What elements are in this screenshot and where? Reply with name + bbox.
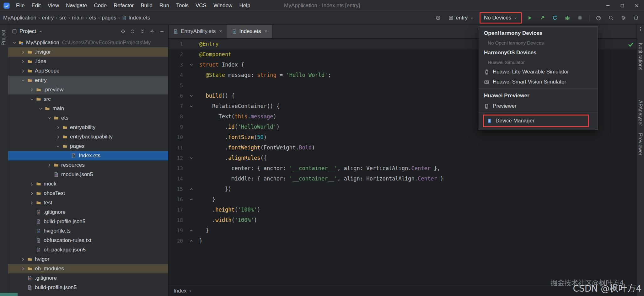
code-line-13[interactable]: 13 center: { anchor: '__container__', al… [169,163,636,174]
breadcrumb-item-myapplication[interactable]: MyApplication [3,15,36,21]
fold-marker-icon[interactable] [183,184,199,194]
tree-item-gitignore[interactable]: .gitignore [8,207,168,217]
code-line-17[interactable]: 17 .height('100%') [169,205,636,215]
profiler-icon[interactable] [594,13,603,23]
tree-item-entry[interactable]: entry [8,76,168,85]
code-line-16[interactable]: 16 } [169,194,636,205]
tree-item-index-ets[interactable]: Index.ets [8,151,168,160]
tree-chevron-icon[interactable] [19,257,26,262]
tree-chevron-icon[interactable] [55,125,62,130]
inspections-status-icon[interactable] [628,41,634,48]
tree-item-gitignore[interactable]: .gitignore [8,273,168,283]
code-line-15[interactable]: 15 }) [169,184,636,194]
tree-chevron-icon[interactable] [37,106,44,111]
code-line-18[interactable]: 18 .width('100%') [169,215,636,225]
close-icon[interactable] [630,0,644,11]
settings-icon[interactable] [619,13,628,23]
tree-chevron-icon[interactable] [28,201,35,205]
tree-chevron-icon[interactable] [19,69,26,73]
editor-breadcrumb-item[interactable]: Index [174,288,187,294]
tree-item-ets[interactable]: ets [8,113,168,123]
notifications-icon[interactable] [631,13,641,23]
tree-item-pages[interactable]: pages [8,142,168,151]
device-menu-item-previewer[interactable]: Previewer [479,101,598,111]
tree-item-preview[interactable]: .preview [8,85,168,94]
tree-item-obfuscation-rules-txt[interactable]: obfuscation-rules.txt [8,236,168,245]
menu-item-view[interactable]: View [44,0,63,11]
tree-item-appscope[interactable]: AppScope [8,66,168,76]
menu-item-file[interactable]: File [13,0,28,11]
menu-item-edit[interactable]: Edit [28,0,44,11]
search-icon[interactable] [606,13,616,23]
tree-chevron-icon[interactable] [19,266,26,271]
code-line-10[interactable]: 10 .fontSize(50) [169,132,636,143]
tree-item-module-json5[interactable]: module.json5 [8,170,168,179]
breadcrumb-item-src[interactable]: src [59,15,67,21]
tree-item-main[interactable]: main [8,104,168,113]
tree-chevron-icon[interactable] [11,40,18,45]
tree-chevron-icon[interactable] [28,182,35,186]
code-line-19[interactable]: 19 } [169,225,636,236]
fold-marker-icon[interactable] [183,101,199,111]
tree-item-entrybackupability[interactable]: entrybackupability [8,132,168,142]
tool-stripe-apanalyzer[interactable]: APAnalyzer [637,100,643,126]
tree-item-oh-modules[interactable]: oh_modules [8,264,168,273]
menu-item-refactor[interactable]: Refactor [110,0,137,11]
tab-close-icon[interactable]: × [219,29,222,34]
tree-chevron-icon[interactable] [28,191,35,196]
tool-stripe-notifications[interactable]: Notifications [637,43,643,70]
fold-marker-icon[interactable] [183,236,199,246]
minimize-icon[interactable] [601,0,615,11]
menu-item-help[interactable]: Help [236,0,254,11]
tree-item-entryability[interactable]: entryability [8,123,168,132]
tree-item-hvigor[interactable]: hvigor [8,255,168,264]
code-line-11[interactable]: 11 .fontWeight(FontWeight.Bold) [169,143,636,153]
tree-item-build-profile-json5[interactable]: build-profile.json5 [8,283,168,292]
tab-index-ets[interactable]: Index.ets× [227,25,272,38]
menu-item-navigate[interactable]: Navigate [62,0,90,11]
fold-marker-icon[interactable] [183,91,199,101]
device-menu-item-huawei-smart-vision-simulator[interactable]: Huawei Smart Vision Simulator [479,77,598,87]
tree-item-idea[interactable]: .idea [8,57,168,66]
device-menu-item-device-manager[interactable]: Device Manager [483,115,589,127]
breadcrumb-item-entry[interactable]: entry [42,15,54,21]
breadcrumb-item-main[interactable]: main [72,15,83,21]
tree-item-resources[interactable]: resources [8,160,168,170]
maximize-icon[interactable] [615,0,630,11]
build-hammer-icon[interactable] [538,13,547,23]
debug-icon[interactable] [563,13,572,23]
tree-chevron-icon[interactable] [28,97,35,102]
tree-item-mock[interactable]: mock [8,179,168,189]
project-panel-title[interactable]: Project [19,28,36,35]
tree-chevron-icon[interactable] [46,163,53,168]
collapse-all-icon[interactable] [140,29,145,34]
stop-icon[interactable] [575,13,585,23]
tool-stripe-project[interactable]: Project [1,30,7,46]
tree-chevron-icon[interactable] [46,116,53,121]
menu-item-tools[interactable]: Tools [173,0,192,11]
menu-item-window[interactable]: Window [210,0,236,11]
tree-chevron-icon[interactable] [55,135,62,139]
menu-item-code[interactable]: Code [90,0,110,11]
menu-item-run[interactable]: Run [156,0,173,11]
breadcrumb-item-ets[interactable]: ets [89,15,96,21]
locate-icon[interactable] [121,29,126,34]
tree-chevron-icon[interactable] [19,59,26,64]
device-menu-item-huawei-lite-wearable-simulator[interactable]: Huawei Lite Wearable Simulator [479,67,598,77]
rerun-icon[interactable] [550,13,560,23]
code-line-20[interactable]: 20} [169,236,636,246]
tree-chevron-icon[interactable] [19,78,26,83]
code-line-14[interactable]: 14 middle: { anchor: '__container__', al… [169,174,636,184]
chevron-down-icon[interactable] [39,30,43,34]
code-line-12[interactable]: 12 .alignRules({ [169,153,636,163]
menu-item-vcs[interactable]: VCS [192,0,210,11]
menu-item-build[interactable]: Build [137,0,156,11]
tree-item-src[interactable]: src [8,94,168,104]
breadcrumb-item-pages[interactable]: pages [102,15,116,21]
module-selector[interactable]: entry [446,13,476,22]
fold-marker-icon[interactable] [183,153,199,163]
breadcrumb-item-index-ets[interactable]: Index.ets [122,15,150,21]
fold-marker-icon[interactable] [183,194,199,205]
run-target-icon[interactable] [433,13,443,23]
tree-chevron-icon[interactable] [19,50,26,55]
